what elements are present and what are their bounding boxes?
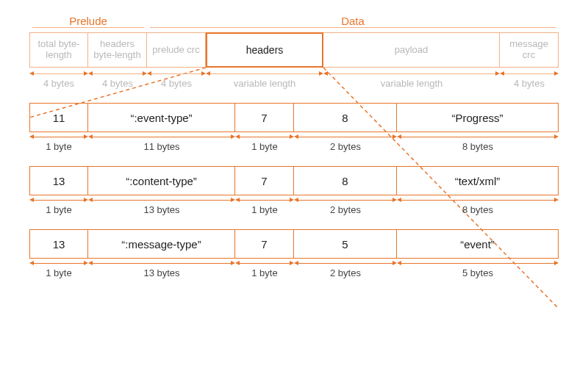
- cell-label: “text/xml”: [455, 175, 501, 187]
- dim-headers-byte-length: 4 bytes: [88, 71, 147, 89]
- cell-label: 11: [53, 112, 65, 124]
- field-total-byte-length: total byte-length: [29, 32, 88, 68]
- header-cell: “Progress”: [397, 103, 559, 132]
- cell-label: “event”: [460, 238, 495, 251]
- dim-prelude-crc: 4 bytes: [147, 71, 206, 89]
- header-cell: 7: [235, 166, 294, 195]
- dim-label: 1 byte: [251, 141, 277, 152]
- field-label: total byte-length: [33, 39, 85, 61]
- dim-label: 8 bytes: [462, 204, 493, 215]
- header-cell: “:message-type”: [88, 229, 235, 259]
- header-cell-dim: 5 bytes: [397, 260, 559, 278]
- header-cell: 13: [29, 229, 88, 259]
- cell-label: “:event-type”: [130, 112, 192, 124]
- dim-label: 2 bytes: [330, 267, 361, 278]
- group-label: Prelude: [29, 15, 147, 27]
- cell-label: 7: [261, 175, 267, 187]
- field-label: message crc: [503, 39, 555, 61]
- header-cell: 8: [294, 166, 397, 195]
- header-cell-dim: 2 bytes: [294, 197, 397, 215]
- header-example-dims: 1 byte13 bytes1 byte2 bytes5 bytes: [29, 260, 559, 282]
- header-cell: 7: [235, 229, 294, 259]
- field-prelude-crc: prelude crc: [147, 32, 206, 68]
- header-cell-dim: 1 byte: [235, 197, 294, 215]
- dim-label: 4 bytes: [514, 78, 545, 89]
- header-cell-dim: 2 bytes: [294, 134, 397, 152]
- cell-label: 8: [342, 112, 348, 124]
- header-cell: 5: [294, 229, 397, 259]
- field-headers: headers: [206, 32, 323, 68]
- header-cell-dim: 1 byte: [235, 134, 294, 152]
- field-message-crc: message crc: [500, 32, 559, 68]
- header-cell-dim: 13 bytes: [88, 197, 235, 215]
- dim-label: 1 byte: [251, 204, 277, 215]
- dim-label: 4 bytes: [43, 78, 74, 89]
- dim-label: 2 bytes: [330, 141, 361, 152]
- dim-message-crc: 4 bytes: [500, 71, 559, 89]
- dim-label: 4 bytes: [102, 78, 133, 89]
- dim-label: 1 byte: [46, 204, 71, 215]
- top-section-labels: Prelude Data: [29, 15, 559, 32]
- dim-total-byte-length: 4 bytes: [29, 71, 88, 89]
- dim-label: 13 bytes: [143, 204, 179, 215]
- header-example-row: 11“:event-type”78“Progress”: [29, 103, 559, 132]
- header-cell-dim: 11 bytes: [88, 134, 235, 152]
- header-example-dims: 1 byte13 bytes1 byte2 bytes8 bytes: [29, 197, 559, 219]
- cell-label: 5: [342, 238, 348, 251]
- header-cell: 7: [235, 103, 294, 132]
- header-cell: 13: [29, 166, 88, 195]
- cell-label: 13: [53, 175, 65, 187]
- header-cell: 11: [29, 103, 88, 132]
- dim-label: 13 bytes: [143, 267, 179, 278]
- field-headers-byte-length: headers byte-length: [88, 32, 147, 68]
- cell-label: 7: [261, 112, 267, 124]
- cell-label: “:content-type”: [126, 175, 197, 187]
- group-data: Data: [147, 15, 559, 29]
- message-structure-dims: 4 bytes 4 bytes 4 bytes variable length …: [29, 71, 559, 93]
- header-example-dims: 1 byte11 bytes1 byte2 bytes8 bytes: [29, 134, 559, 156]
- cell-label: 7: [261, 238, 267, 251]
- group-label: Data: [147, 15, 559, 27]
- dim-label: variable length: [381, 78, 443, 89]
- dim-label: variable length: [234, 78, 296, 89]
- dim-headers: variable length: [206, 71, 323, 89]
- field-label: payload: [395, 45, 429, 56]
- header-cell-dim: 1 byte: [29, 134, 88, 152]
- cell-label: “Progress”: [451, 112, 503, 124]
- field-payload: payload: [323, 32, 500, 68]
- dim-label: 11 bytes: [143, 141, 179, 152]
- dim-label: 1 byte: [46, 267, 71, 278]
- header-cell-dim: 8 bytes: [397, 134, 559, 152]
- header-cell-dim: 1 byte: [235, 260, 294, 278]
- message-structure-row: total byte-length headers byte-length pr…: [29, 32, 559, 68]
- header-cell: “event”: [397, 229, 559, 259]
- dim-label: 1 byte: [251, 267, 277, 278]
- header-cell-dim: 1 byte: [29, 260, 88, 278]
- dim-label: 2 bytes: [330, 204, 361, 215]
- header-cell-dim: 2 bytes: [294, 260, 397, 278]
- dim-label: 1 byte: [46, 141, 71, 152]
- cell-label: 13: [53, 238, 65, 251]
- header-cell-dim: 13 bytes: [88, 260, 235, 278]
- header-cell: “text/xml”: [397, 166, 559, 195]
- dim-payload: variable length: [323, 71, 500, 89]
- header-cell-dim: 1 byte: [29, 197, 88, 215]
- group-prelude: Prelude: [29, 15, 147, 29]
- header-example-row: 13“:content-type”78“text/xml”: [29, 166, 559, 195]
- cell-label: “:message-type”: [121, 238, 201, 251]
- dim-label: 5 bytes: [462, 267, 493, 278]
- header-cell: “:event-type”: [88, 103, 235, 132]
- dim-label: 4 bytes: [161, 78, 192, 89]
- header-cell: 8: [294, 103, 397, 132]
- header-example-row: 13“:message-type”75“event”: [29, 229, 559, 259]
- cell-label: 8: [342, 175, 348, 187]
- field-label: headers: [246, 44, 284, 56]
- field-label: prelude crc: [152, 45, 199, 56]
- header-cell: “:content-type”: [88, 166, 235, 195]
- field-label: headers byte-length: [91, 39, 143, 61]
- dim-label: 8 bytes: [462, 141, 493, 152]
- header-cell-dim: 8 bytes: [397, 197, 559, 215]
